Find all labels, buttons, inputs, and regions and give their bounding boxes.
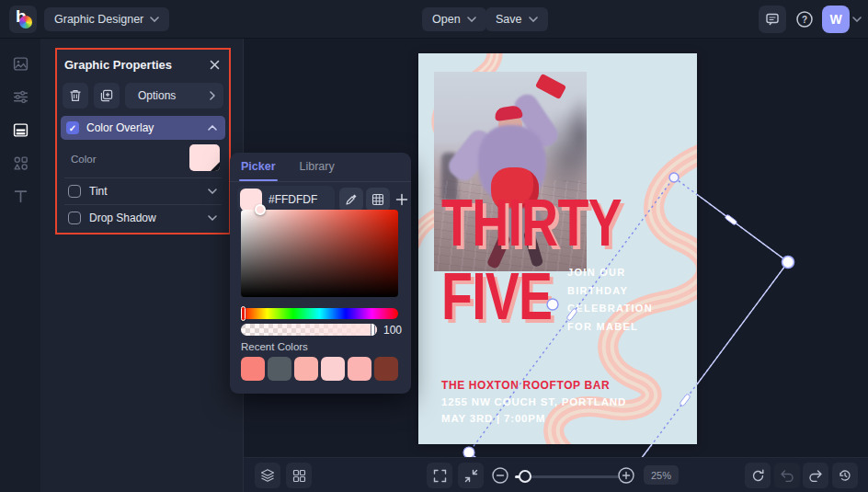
- poster-venue[interactable]: THE HOXTON ROOFTOP BAR: [441, 379, 610, 392]
- opacity-slider[interactable]: [241, 324, 377, 336]
- chevron-up-icon[interactable]: [208, 125, 217, 131]
- history-button[interactable]: [832, 463, 858, 488]
- hue-slider[interactable]: [241, 308, 398, 319]
- tab-library[interactable]: Library: [300, 160, 335, 181]
- plus-circle-icon: [617, 466, 635, 485]
- templates-icon: [13, 122, 29, 138]
- app-switcher-button[interactable]: Graphic Designer: [44, 7, 169, 31]
- poster-title-line-2[interactable]: FIVE: [441, 267, 552, 326]
- befunky-logo[interactable]: b: [9, 6, 37, 33]
- chevron-down-icon[interactable]: [208, 189, 217, 194]
- drop-shadow-checkbox[interactable]: [68, 212, 81, 224]
- avatar[interactable]: W: [822, 6, 850, 33]
- tools-panel-region: Graphic Properties Options ✓ Color Overl: [40, 39, 244, 492]
- section-tint[interactable]: Tint: [61, 178, 225, 204]
- sidebar-item-photo-manager[interactable]: [0, 47, 40, 80]
- zoom-level-value: 25%: [651, 470, 671, 481]
- poster-datetime[interactable]: MAY 3RD | 7:00PM: [441, 413, 545, 424]
- sidebar-item-templates[interactable]: [0, 113, 40, 146]
- image-icon: [13, 56, 29, 72]
- recent-color-swatch[interactable]: [241, 357, 265, 381]
- fit-screen-icon: [464, 469, 478, 483]
- zoom-slider-handle[interactable]: [519, 470, 531, 483]
- tab-picker[interactable]: Picker: [241, 160, 276, 181]
- recent-color-swatch[interactable]: [374, 357, 398, 381]
- poster-title-line-1[interactable]: THIRTY: [441, 193, 622, 252]
- undo-icon: [780, 469, 794, 482]
- pages-button[interactable]: [286, 463, 312, 488]
- fit-to-screen-button[interactable]: [458, 463, 484, 488]
- poster-invite-block[interactable]: JOIN OUR BIRTHDAY CELEBRATION FOR MABEL: [567, 264, 653, 336]
- close-icon[interactable]: [210, 60, 220, 70]
- photo-trees: [563, 95, 587, 177]
- fullscreen-button[interactable]: [427, 463, 452, 488]
- hex-value-field[interactable]: #FFDFDF: [268, 193, 317, 206]
- chat-bubble-icon: [765, 12, 780, 27]
- picker-tabs: Picker Library: [241, 160, 335, 181]
- account-chevron-down-icon[interactable]: [852, 17, 862, 22]
- help-icon: ?: [795, 10, 814, 29]
- save-button[interactable]: Save: [485, 7, 548, 31]
- layers-button[interactable]: [255, 463, 280, 488]
- section-drop-shadow[interactable]: Drop Shadow: [61, 205, 225, 231]
- poster-address[interactable]: 1255 NW COUCH ST, PORTLAND: [441, 396, 626, 407]
- options-label: Options: [138, 89, 176, 102]
- sidebar-item-text[interactable]: [0, 179, 40, 212]
- color-swatch[interactable]: [189, 144, 220, 171]
- zoom-out-button[interactable]: [487, 463, 513, 488]
- text-icon: [13, 189, 29, 204]
- invite-line: CELEBRATION: [567, 300, 653, 318]
- add-color-button[interactable]: [390, 188, 414, 212]
- reset-button[interactable]: [745, 463, 771, 488]
- photo-red-book: [535, 74, 566, 99]
- grid-squares-icon: [292, 469, 306, 483]
- recent-color-swatch[interactable]: [268, 357, 291, 381]
- chevron-down-icon: [529, 17, 538, 22]
- invite-line: BIRTHDAY: [567, 282, 653, 301]
- sidebar-item-graphics[interactable]: [0, 146, 40, 179]
- zoom-slider-track[interactable]: [515, 475, 620, 478]
- design-canvas[interactable]: THIRTY FIVE JOIN OUR BIRTHDAY CELEBRATIO…: [418, 53, 697, 444]
- sidebar-rail: [0, 39, 40, 492]
- delete-button[interactable]: [63, 83, 88, 109]
- duplicate-icon: [100, 89, 113, 102]
- recent-color-swatch[interactable]: [294, 357, 318, 381]
- redo-button[interactable]: [803, 463, 828, 488]
- recent-color-swatch[interactable]: [321, 357, 345, 381]
- color-label: Color: [71, 154, 96, 165]
- divider: [230, 181, 411, 182]
- eyedropper-icon: [345, 193, 358, 206]
- hue-handle[interactable]: [241, 306, 246, 321]
- zoom-level-badge[interactable]: 25%: [644, 465, 679, 485]
- open-button[interactable]: Open: [422, 7, 486, 31]
- drop-shadow-label: Drop Shadow: [89, 212, 156, 224]
- sidebar-item-edit[interactable]: [0, 80, 40, 113]
- panel-title: Graphic Properties: [64, 58, 172, 72]
- open-label: Open: [432, 13, 461, 26]
- swatch-corner-triangle: [211, 162, 220, 171]
- undo-button[interactable]: [774, 463, 800, 488]
- svg-text:?: ?: [802, 15, 807, 25]
- help-button[interactable]: ?: [791, 6, 818, 33]
- color-overlay-checkbox[interactable]: ✓: [66, 121, 79, 134]
- recent-colors-label: Recent Colors: [241, 341, 308, 352]
- trash-icon: [69, 89, 82, 102]
- feedback-button[interactable]: [759, 6, 786, 33]
- saturation-brightness-area[interactable]: [241, 210, 398, 297]
- opacity-handle[interactable]: [371, 324, 375, 336]
- recent-color-swatch[interactable]: [348, 357, 371, 381]
- tint-label: Tint: [89, 185, 108, 198]
- sb-handle[interactable]: [255, 204, 266, 215]
- chevron-down-icon[interactable]: [208, 215, 217, 221]
- section-color-overlay[interactable]: ✓ Color Overlay: [61, 116, 225, 140]
- minus-circle-icon: [491, 466, 509, 485]
- options-button[interactable]: Options: [125, 83, 223, 109]
- invite-line: FOR MABEL: [567, 318, 653, 337]
- duplicate-button[interactable]: [94, 83, 120, 109]
- eyedropper-button[interactable]: [339, 188, 363, 212]
- tint-checkbox[interactable]: [68, 185, 81, 198]
- zoom-in-button[interactable]: [613, 463, 639, 488]
- color-grid-button[interactable]: [366, 188, 390, 212]
- adjustments-icon: [13, 89, 29, 105]
- chevron-down-icon: [150, 17, 159, 22]
